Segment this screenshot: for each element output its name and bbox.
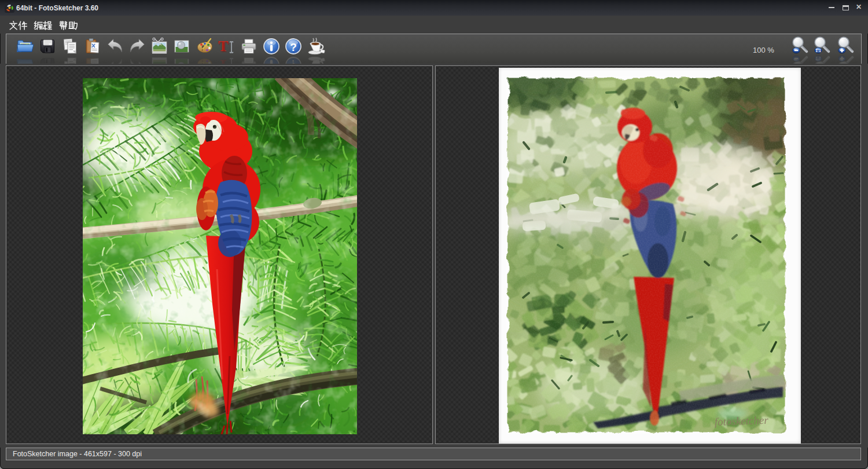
svg-text:fotosketcher: fotosketcher [714, 414, 768, 428]
svg-text:?: ? [290, 41, 297, 53]
svg-text:T: T [219, 39, 229, 56]
svg-text:1:1: 1:1 [815, 49, 821, 53]
svg-text:1:1: 1:1 [815, 56, 821, 60]
